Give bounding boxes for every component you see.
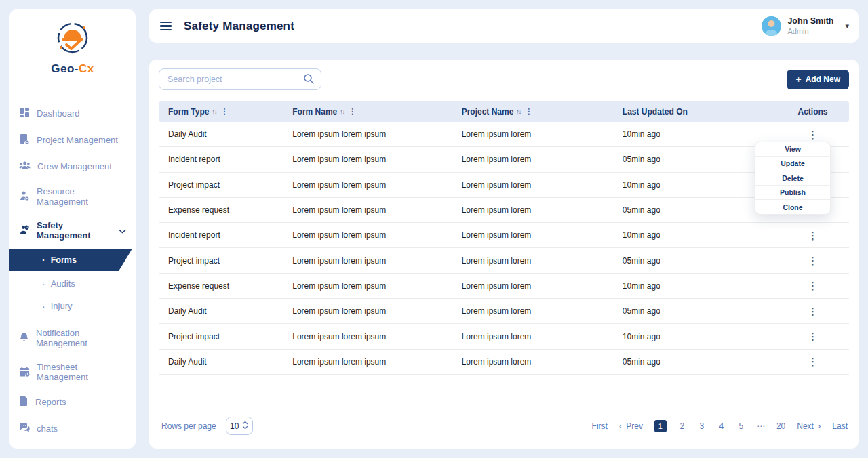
user-menu[interactable]: John Smith Admin ▾ [762,16,849,36]
column-header-project-name[interactable]: Project Name ↑↓ ⋮ [452,107,613,117]
popup-item-delete[interactable]: Delete [755,171,830,186]
row-actions-menu-icon[interactable]: ⋮ [808,331,818,341]
row-actions-menu-icon[interactable]: ⋮ [808,306,818,316]
chevron-left-icon: ‹ [619,421,622,431]
add-new-button[interactable]: + Add New [787,70,849,89]
popup-item-view[interactable]: View [755,142,830,157]
cell-last-updated: 10min ago [613,281,776,291]
column-header-last-updated: Last Updated On [613,107,776,117]
sort-icon[interactable]: ↑↓ [340,108,344,115]
table-row: Expense request Lorem ipsum lorem ipsum … [159,274,849,299]
pagination-page-20[interactable]: 20 [776,421,785,431]
popup-item-update[interactable]: Update [755,157,830,171]
row-actions-menu-icon[interactable]: ⋮ [808,356,818,367]
pagination-prev[interactable]: ‹ Prev [619,421,643,431]
search-box [159,68,321,90]
bell-icon [19,332,29,345]
pagination-next[interactable]: Next › [797,421,821,431]
sidebar-subitem-audits[interactable]: · Audits [9,272,136,295]
spinner-chevrons-icon[interactable] [242,420,248,432]
sidebar-item-chats[interactable]: chats [9,415,136,442]
column-menu-icon[interactable]: ⋮ [220,107,228,116]
column-menu-icon[interactable]: ⋮ [349,107,356,116]
chat-bubbles-icon [19,422,30,435]
forms-table: Form Type ↑↓ ⋮ Form Name ↑↓ ⋮ Project Na… [159,101,849,375]
toolbar: + Add New [159,68,849,90]
pagination-page-1[interactable]: 1 [654,420,667,432]
cell-form-type: Project impact [159,180,283,190]
report-document-icon [19,396,28,409]
pagination-page-2[interactable]: 2 [678,421,686,431]
table-header-row: Form Type ↑↓ ⋮ Form Name ↑↓ ⋮ Project Na… [159,101,849,122]
sidebar-menu: Dashboard Project Management Crew Manage… [9,100,136,442]
sidebar-item-label: Resource Management [37,186,126,207]
sidebar-item-crew-management[interactable]: Crew Management [9,153,136,180]
pagination-first[interactable]: First [592,421,608,431]
add-new-label: Add New [806,75,840,84]
cell-form-type: Incident report [159,154,283,164]
cell-form-name: Lorem ipsum lorem ipsum [283,230,452,240]
top-header: Safety Management John Smith Admin ▾ [149,9,859,43]
table-row: Daily Audit Lorem ipsum lorem ipsum Lore… [159,122,849,147]
column-header-actions: Actions [776,107,849,117]
table-row: Project impact Lorem ipsum lorem ipsum L… [159,324,849,349]
sidebar-item-label: Notification Management [36,328,126,348]
row-actions-menu-icon[interactable]: ⋮ [808,129,818,140]
cell-form-name: Lorem ipsum lorem ipsum [283,306,452,316]
row-actions-menu-icon[interactable]: ⋮ [808,255,818,266]
cell-form-name: Lorem ipsum lorem ipsum [283,205,452,215]
pagination: First ‹ Prev 1 2 3 4 5 ⋯ 20 Next › Last [592,420,848,432]
sidebar-item-dashboard[interactable]: Dashboard [9,100,136,127]
cell-form-type: Expense request [159,281,283,291]
row-actions-menu-icon[interactable]: ⋮ [808,230,818,241]
cell-project-name: Lorem ipsum lorem [452,205,613,215]
column-menu-icon[interactable]: ⋮ [525,107,532,116]
hamburger-menu-icon[interactable] [160,22,172,31]
caret-down-icon[interactable]: ▾ [845,22,849,30]
user-name: John Smith [787,16,833,27]
row-actions-menu-icon[interactable]: ⋮ [808,280,818,291]
sort-icon[interactable]: ↑↓ [516,108,521,115]
pagination-last[interactable]: Last [832,421,848,431]
sidebar-item-project-management[interactable]: Project Management [9,127,136,153]
sidebar-item-reports[interactable]: Reports [9,389,136,415]
cell-last-updated: 10min ago [613,129,776,139]
sidebar-item-safety-management[interactable]: Safety Management [9,213,136,247]
search-icon[interactable] [303,73,315,87]
sidebar-item-label: Project Management [37,135,118,145]
cell-form-name: Lorem ipsum lorem ipsum [283,129,452,139]
search-input[interactable] [159,68,321,90]
pagination-page-5[interactable]: 5 [737,421,745,431]
cell-project-name: Lorem ipsum lorem [452,230,613,240]
cell-form-type: Expense request [159,205,283,215]
sidebar: Geo-Cx Dashboard Project Management Crew… [9,9,136,449]
column-header-form-type[interactable]: Form Type ↑↓ ⋮ [159,107,283,117]
project-document-icon [19,133,30,146]
popup-item-publish[interactable]: Publish [755,186,830,200]
table-row: Incident report Lorem ipsum lorem ipsum … [159,147,849,172]
dashboard-icon [19,107,30,120]
crew-people-icon [19,160,31,173]
sidebar-item-resource-management[interactable]: Resource Management [9,180,136,213]
cell-project-name: Lorem ipsum lorem [452,256,613,266]
page-title: Safety Management [184,20,294,33]
cell-form-type: Daily Audit [159,129,283,139]
cell-form-name: Lorem ipsum lorem ipsum [283,180,452,190]
popup-item-clone[interactable]: Clone [755,200,830,214]
sidebar-subitem-injury[interactable]: · Injury [9,295,136,317]
sidebar-item-label: Crew Management [37,161,112,171]
sidebar-item-notification-management[interactable]: Notification Management [9,321,136,355]
chevron-down-icon[interactable] [119,226,126,236]
cell-form-type: Project impact [159,332,283,341]
sidebar-item-timesheet-management[interactable]: Timesheet Management [9,355,136,389]
user-role: Admin [787,27,833,36]
sidebar-subitem-forms[interactable]: · Forms [9,249,132,271]
cell-form-type: Daily Audit [159,306,283,316]
rows-per-page-select[interactable]: 10 [226,417,253,435]
sort-icon[interactable]: ↑↓ [212,108,216,115]
table-row: Daily Audit Lorem ipsum lorem ipsum Lore… [159,350,849,375]
table-row: Project impact Lorem ipsum lorem ipsum L… [159,173,849,198]
column-header-form-name[interactable]: Form Name ↑↓ ⋮ [283,107,452,117]
pagination-page-3[interactable]: 3 [698,421,706,431]
pagination-page-4[interactable]: 4 [717,421,726,431]
